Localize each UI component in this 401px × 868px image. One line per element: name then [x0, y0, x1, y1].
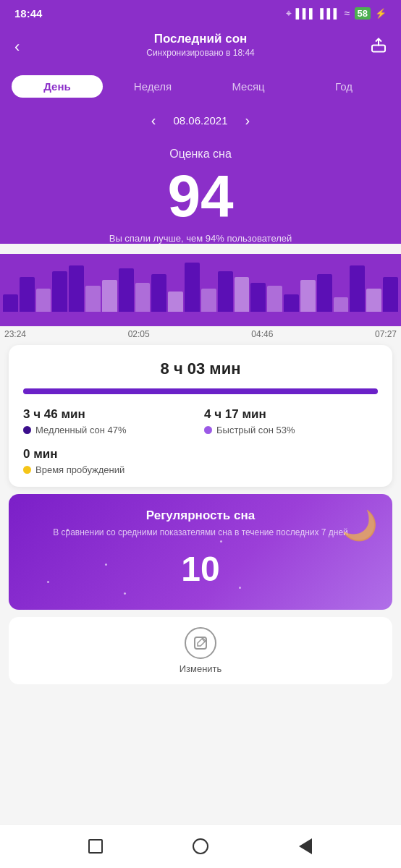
edit-icon [193, 635, 208, 651]
chart-bar-17 [267, 286, 282, 312]
chart-time-1: 02:05 [128, 329, 150, 339]
chart-bar-20 [317, 274, 332, 312]
signal-icon2: ▌▌▌ [320, 8, 340, 19]
status-bar: 18:44 ⌖ ▌▌▌ ▌▌▌ ≈ 58 ⚡ [0, 0, 401, 26]
chart-bar-10 [151, 274, 166, 312]
slow-sleep-dot [23, 426, 31, 434]
fast-sleep-time: 4 ч 17 мин [204, 407, 378, 422]
slow-sleep-time: 3 ч 46 мин [23, 407, 197, 422]
recent-apps-icon [88, 839, 103, 854]
wifi-icon: ≈ [345, 7, 350, 19]
sleep-duration: 8 ч 03 мин [23, 359, 378, 378]
sleep-score-section: Оценка сна 94 Вы спали лучше, чем 94% по… [0, 140, 401, 244]
regularity-subtitle: В сравнении со средними показателями сна… [23, 527, 378, 537]
tab-week[interactable]: Неделя [107, 75, 198, 98]
header: ‹ Последний сон Синхронизировано в 18:44 [0, 26, 401, 68]
fast-sleep-label: Быстрый сон 53% [216, 425, 295, 435]
wake-time-detail: Время пробуждений [23, 464, 197, 475]
edit-toolbar: Изменить [9, 617, 392, 684]
signal-icon: ▌▌▌ [296, 8, 316, 19]
edit-label: Изменить [180, 663, 222, 674]
chart-bar-13 [201, 289, 216, 312]
wake-dot [23, 466, 31, 474]
chart-bar-14 [218, 271, 233, 312]
sleep-score-label: Оценка сна [14, 148, 387, 161]
chart-bar-12 [185, 263, 200, 312]
back-icon [299, 838, 312, 854]
back-nav-button[interactable] [295, 836, 316, 856]
charging-icon: ⚡ [375, 8, 387, 19]
android-nav-bar [0, 824, 401, 868]
chart-bars [0, 254, 401, 312]
date-next-button[interactable]: › [245, 112, 250, 129]
home-icon [193, 838, 208, 854]
chart-bar-23 [366, 289, 381, 312]
chart-bar-24 [383, 277, 398, 312]
home-button[interactable] [190, 836, 211, 856]
date-navigator: ‹ 08.06.2021 › [0, 108, 401, 140]
chart-bar-5 [69, 265, 84, 312]
date-current: 08.06.2021 [173, 114, 227, 127]
chart-bar-6 [85, 286, 101, 312]
tab-year[interactable]: Год [298, 75, 389, 98]
chart-time-2: 04:46 [251, 329, 273, 339]
chart-bar-8 [119, 268, 134, 312]
slow-sleep-detail: Медленный сон 47% [23, 425, 197, 435]
export-button[interactable] [371, 38, 387, 57]
fast-sleep-detail: Быстрый сон 53% [204, 425, 378, 435]
chart-time-3: 07:27 [375, 329, 397, 339]
back-button[interactable]: ‹ [14, 38, 20, 56]
svg-rect-1 [195, 637, 206, 649]
chart-bar-4 [52, 271, 67, 312]
wake-time-label: Время пробуждений [35, 464, 124, 475]
chart-time-0: 23:24 [4, 329, 26, 339]
wake-time-stat: 0 мин Время пробуждений [23, 447, 197, 475]
sleep-stats-grid: 3 ч 46 мин Медленный сон 47% 4 ч 17 мин … [23, 407, 378, 475]
slow-sleep-stat: 3 ч 46 мин Медленный сон 47% [23, 407, 197, 435]
chart-bar-11 [168, 292, 183, 312]
status-icons: ⌖ ▌▌▌ ▌▌▌ ≈ 58 ⚡ [286, 7, 387, 20]
sleep-chart [0, 254, 401, 326]
bluetooth-icon: ⌖ [286, 7, 292, 20]
svg-rect-0 [372, 46, 385, 52]
regularity-score: 10 [23, 549, 378, 589]
chart-bar-2 [20, 277, 35, 312]
tab-day[interactable]: День [12, 75, 103, 98]
chart-times: 23:24 02:05 04:46 07:27 [0, 326, 401, 345]
wake-time-value: 0 мин [23, 447, 197, 461]
chart-bar-1 [3, 294, 18, 312]
moon-icon: 🌙 [342, 509, 378, 542]
chart-bar-16 [250, 283, 266, 312]
header-title: Последний сон [36, 32, 365, 46]
tab-month[interactable]: Месяц [203, 75, 294, 98]
chart-bar-21 [334, 297, 349, 312]
tab-bar: День Неделя Месяц Год [0, 68, 401, 108]
main-content: 8 ч 03 мин 3 ч 46 мин Медленный сон 47% … [0, 345, 401, 749]
battery-badge: 58 [355, 7, 371, 20]
sleep-score-number: 94 [14, 166, 387, 226]
chart-bar-7 [102, 280, 117, 312]
recent-apps-button[interactable] [85, 836, 106, 856]
sleep-progress-bar [23, 388, 378, 394]
chart-bar-18 [284, 294, 299, 312]
fast-sleep-stat: 4 ч 17 мин Быстрый сон 53% [204, 407, 378, 435]
status-time: 18:44 [14, 7, 42, 20]
fast-sleep-dot [204, 426, 212, 434]
header-subtitle: Синхронизировано в 18:44 [36, 48, 365, 58]
chart-bar-19 [300, 280, 316, 312]
chart-bar-22 [350, 265, 365, 312]
edit-button[interactable] [185, 627, 216, 659]
date-prev-button[interactable]: ‹ [151, 112, 156, 129]
chart-bar-3 [36, 289, 51, 312]
slow-sleep-label: Медленный сон 47% [35, 425, 127, 435]
chart-bar-9 [135, 283, 151, 312]
sleep-details-card: 8 ч 03 мин 3 ч 46 мин Медленный сон 47% … [9, 345, 392, 487]
regularity-title: Регулярность сна [23, 509, 378, 523]
sleep-score-description: Вы спали лучше, чем 94% пользователей [14, 233, 387, 244]
regularity-card: 🌙 Регулярность сна В сравнении со средни… [9, 494, 392, 610]
chart-bar-15 [235, 277, 250, 312]
